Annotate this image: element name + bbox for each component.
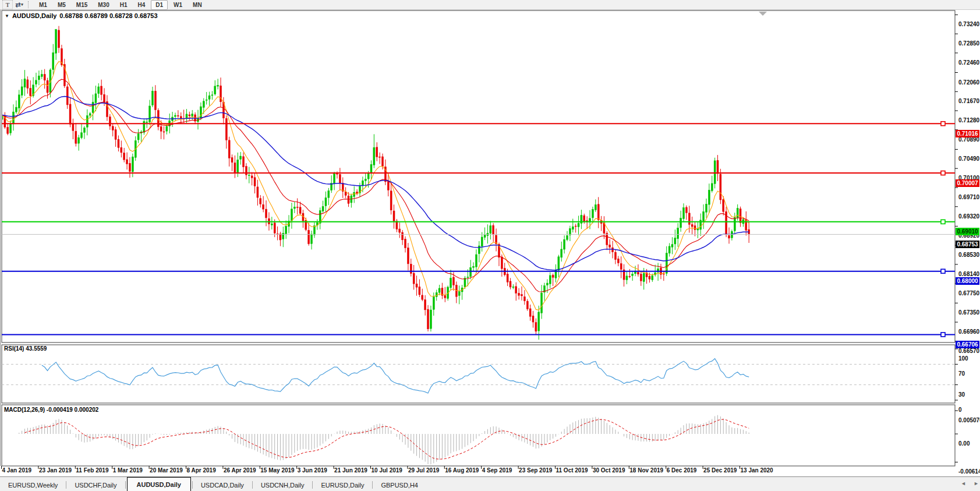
candle-body xyxy=(688,213,690,224)
candle-body xyxy=(535,323,537,331)
line-endpoint-marker[interactable] xyxy=(941,220,945,224)
candle-body xyxy=(225,118,227,140)
price-tick-label: 0.70490 xyxy=(958,156,979,162)
chart-tab-audusd-daily[interactable]: AUDUSD,Daily xyxy=(127,477,191,491)
candle-body xyxy=(433,297,434,310)
chart-tab-eurusd-weekly[interactable]: EURUSD,Weekly xyxy=(0,479,66,491)
timeframe-button-m30[interactable]: M30 xyxy=(93,0,114,10)
cycle-symbols-icon[interactable]: ⇄ ▾ xyxy=(14,1,24,9)
candle-body xyxy=(115,130,116,140)
candle-body xyxy=(592,209,593,217)
candle-body xyxy=(612,248,614,252)
line-endpoint-marker[interactable] xyxy=(941,122,945,126)
chart-tab-usdcnh-daily[interactable]: USDCNH,Daily xyxy=(253,479,313,491)
candle-body xyxy=(402,232,404,240)
chart-window[interactable]: ▼ AUDUSD,Daily 0.68788 0.68789 0.68728 0… xyxy=(0,10,980,476)
date-tick-label: 25 Dec 2019 xyxy=(703,467,737,474)
text-tool-button[interactable]: T xyxy=(2,0,13,9)
rsi-tick-label: 30 xyxy=(958,391,965,398)
candle-body xyxy=(282,233,284,239)
candle-body xyxy=(240,156,242,159)
current-price-badge: 0.68753 xyxy=(956,241,979,248)
candle-body xyxy=(450,278,452,287)
candle-body xyxy=(407,248,409,264)
candle-body xyxy=(737,209,738,218)
chart-tab-usdcad-daily[interactable]: USDCAD,Daily xyxy=(193,479,252,491)
timeframe-button-w1[interactable]: W1 xyxy=(169,0,187,10)
candle-body xyxy=(18,95,20,108)
candle-body xyxy=(558,257,560,270)
timeframe-button-d1[interactable]: D1 xyxy=(151,0,168,10)
candle-body xyxy=(154,91,156,109)
candle-body xyxy=(512,287,514,287)
timeframe-button-mn[interactable]: MN xyxy=(188,0,207,10)
candle-body xyxy=(112,126,114,130)
candle-body xyxy=(649,276,650,279)
candle-body xyxy=(481,237,483,246)
timeframe-button-m15[interactable]: M15 xyxy=(72,0,92,10)
candle-body xyxy=(714,161,716,184)
candle-body xyxy=(526,301,528,309)
timeframe-button-h4[interactable]: H4 xyxy=(133,0,150,10)
candle-body xyxy=(399,229,401,232)
line-endpoint-marker[interactable] xyxy=(941,269,945,273)
date-tick-label: 8 Apr 2019 xyxy=(187,467,216,474)
timeframe-button-m5[interactable]: M5 xyxy=(53,0,70,10)
chart-tab-gbpusd-h4[interactable]: GBPUSD,H4 xyxy=(373,479,426,491)
line-endpoint-marker[interactable] xyxy=(941,171,945,175)
candle-body xyxy=(260,199,261,204)
candle-body xyxy=(101,86,102,94)
timeframe-button-h1[interactable]: H1 xyxy=(115,0,132,10)
candle-body xyxy=(121,147,122,153)
candle-body xyxy=(436,292,437,296)
tab-scroll-left-icon[interactable]: ◄ xyxy=(961,481,966,486)
candle-body xyxy=(285,226,287,234)
candle-body xyxy=(137,134,139,140)
price-chart-canvas[interactable] xyxy=(0,10,980,476)
candle-body xyxy=(83,128,85,133)
candle-body xyxy=(109,117,111,126)
date-tick-label: 11 Feb 2019 xyxy=(76,467,108,474)
macd-tick-label: 0.005076 xyxy=(958,417,980,423)
candle-body xyxy=(206,100,207,100)
date-tick-label: 18 Nov 2019 xyxy=(629,467,663,474)
candle-body xyxy=(339,174,341,183)
timeframe-buttons: M1M5M15M30H1H4D1W1MN xyxy=(34,0,207,10)
candle-body xyxy=(382,157,384,167)
candle-body xyxy=(47,80,48,93)
candle-body xyxy=(643,273,645,281)
candle-body xyxy=(274,223,275,233)
toolbar-grip[interactable] xyxy=(28,1,31,8)
candle-body xyxy=(132,157,133,172)
candle-body xyxy=(231,158,233,163)
tab-scroll-right-icon[interactable]: ► xyxy=(974,481,979,486)
candle-body xyxy=(308,230,310,243)
candle-body xyxy=(546,283,548,285)
candle-body xyxy=(697,228,699,230)
candle-body xyxy=(501,257,503,269)
date-tick-label: 10 Jul 2019 xyxy=(372,467,402,474)
line-endpoint-marker[interactable] xyxy=(941,333,945,337)
candle-body xyxy=(438,288,440,292)
candle-body xyxy=(728,235,730,238)
price-tick-label: 0.67750 xyxy=(958,290,979,296)
candle-body xyxy=(629,276,631,277)
level-price-badge: 0.69010 xyxy=(956,228,979,235)
candle-body xyxy=(21,87,23,96)
collapse-triangle-icon[interactable]: ▼ xyxy=(5,13,9,19)
price-tick-label: 0.73240 xyxy=(958,21,979,27)
candle-body xyxy=(192,114,193,116)
price-tick-label: 0.69710 xyxy=(958,194,979,200)
candle-body xyxy=(529,309,531,316)
timeframe-button-m1[interactable]: M1 xyxy=(34,0,52,10)
candle-body xyxy=(146,122,148,122)
candle-body xyxy=(7,128,9,134)
chart-tab-usdchf-daily[interactable]: USDCHF,Daily xyxy=(66,479,125,491)
date-tick-label: 4 Sep 2019 xyxy=(482,467,512,474)
candle-body xyxy=(44,75,45,80)
chart-tab-eurusd-daily[interactable]: EURUSD,Daily xyxy=(313,479,372,491)
macd-indicator-label: MACD(12,26,9) -0.000419 0.000202 xyxy=(4,407,98,413)
candle-body xyxy=(189,115,190,116)
candle-body xyxy=(38,76,40,80)
candle-body xyxy=(597,204,599,220)
